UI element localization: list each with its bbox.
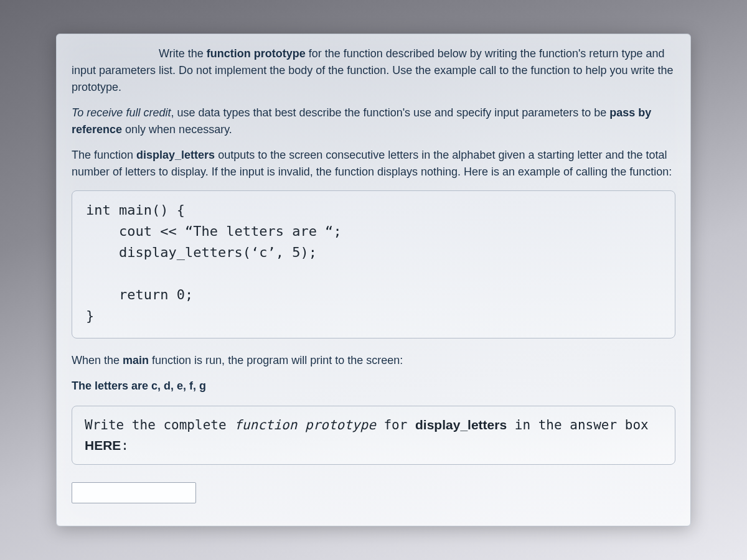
- code-line: }: [86, 308, 94, 324]
- text: :: [121, 438, 129, 453]
- text: for: [376, 418, 415, 432]
- text-bold: function prototype: [207, 47, 306, 60]
- here-label: HERE: [85, 438, 121, 452]
- credit-paragraph: To receive full credit, use data types t…: [72, 105, 675, 138]
- text: function is run, the program will print …: [149, 354, 403, 366]
- description-paragraph: The function display_letters outputs to …: [72, 147, 675, 180]
- code-example: int main() { cout << “The letters are “;…: [72, 190, 675, 339]
- run-paragraph: When the main function is run, the progr…: [72, 352, 675, 369]
- text-italic: function prototype: [234, 418, 376, 432]
- text: Write the: [159, 47, 207, 60]
- code-line: int main() {: [86, 202, 185, 218]
- text: Write the complete: [85, 418, 234, 432]
- text-bold: main: [123, 354, 149, 366]
- text: in the answer box: [507, 418, 649, 432]
- answer-input[interactable]: [72, 482, 196, 503]
- text-italic: To receive full credit: [72, 106, 171, 119]
- code-line: return 0;: [86, 287, 193, 302]
- text: , use data types that best describe the …: [171, 106, 609, 119]
- code-line: cout << “The letters are “;: [86, 223, 342, 239]
- code-line: display_letters(‘c’, 5);: [86, 245, 317, 260]
- question-card: Write the function prototype for the fun…: [56, 34, 691, 527]
- function-name: display_letters: [415, 418, 507, 432]
- text: only when necessary.: [122, 123, 232, 136]
- intro-paragraph: Write the function prototype for the fun…: [72, 45, 675, 96]
- text: The function: [72, 149, 136, 161]
- answer-prompt: Write the complete function prototype fo…: [72, 406, 675, 465]
- output-paragraph: The letters are c, d, e, f, g: [72, 378, 675, 394]
- text: When the: [72, 354, 123, 366]
- expected-output: The letters are c, d, e, f, g: [72, 380, 206, 392]
- function-name: display_letters: [136, 149, 215, 161]
